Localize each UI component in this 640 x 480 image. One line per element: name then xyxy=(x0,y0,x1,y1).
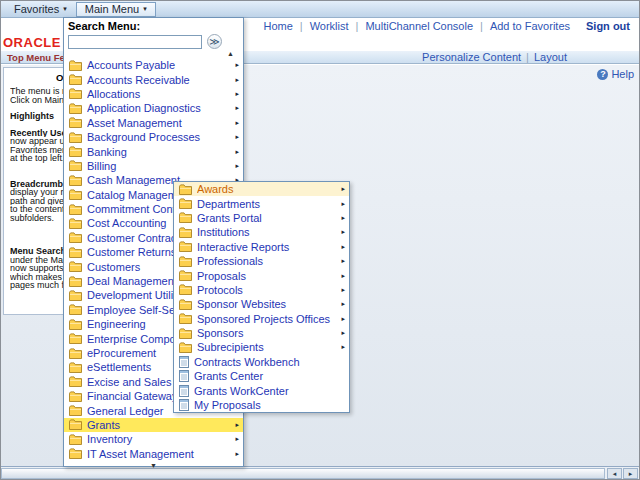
folder-icon xyxy=(179,284,192,295)
flyout-arrow-icon: ▸ xyxy=(341,329,345,337)
flyout-arrow-icon: ▸ xyxy=(341,272,345,280)
help-link[interactable]: ? Help xyxy=(597,68,634,80)
menu-item-label: Application Diagnostics xyxy=(87,102,233,114)
submenu-item[interactable]: Awards ▸ xyxy=(174,182,349,196)
nav-link[interactable]: Add to Favorites xyxy=(473,20,570,32)
menu-item[interactable]: Banking ▸ xyxy=(64,144,243,158)
sign-out-link[interactable]: Sign out xyxy=(586,20,630,32)
flyout-arrow-icon: ▸ xyxy=(341,243,345,251)
folder-icon xyxy=(179,270,192,281)
submenu-item[interactable]: Grants Center ▸ xyxy=(174,369,349,383)
flyout-arrow-icon: ▸ xyxy=(341,315,345,323)
flyout-arrow-icon: ▸ xyxy=(235,435,239,443)
submenu-item[interactable]: Professionals ▸ xyxy=(174,254,349,268)
submenu-item[interactable]: Proposals ▸ xyxy=(174,268,349,282)
submenu-item[interactable]: Interactive Reports ▸ xyxy=(174,240,349,254)
menu-item[interactable]: Billing ▸ xyxy=(64,159,243,173)
submenu-item[interactable]: Departments ▸ xyxy=(174,196,349,210)
submenu-item[interactable]: Protocols ▸ xyxy=(174,283,349,297)
nav-link[interactable]: MultiChannel Console xyxy=(349,20,473,32)
menu-item[interactable]: Accounts Receivable ▸ xyxy=(64,72,243,86)
folder-icon xyxy=(69,132,82,143)
folder-icon xyxy=(69,218,82,229)
search-menu-label: Search Menu: xyxy=(68,20,239,32)
submenu-item[interactable]: Subrecipients ▸ xyxy=(174,340,349,354)
main-menu[interactable]: Main Menu ▾ xyxy=(76,2,156,17)
nav-link[interactable]: Home xyxy=(263,20,292,32)
submenu-item[interactable]: Sponsored Projects Offices ▸ xyxy=(174,312,349,326)
folder-icon xyxy=(69,376,82,387)
menu-search-input[interactable] xyxy=(68,35,202,49)
folder-icon xyxy=(69,276,82,287)
menu-item-label: Banking xyxy=(87,146,233,158)
page-icon xyxy=(179,385,189,397)
folder-icon xyxy=(179,184,192,195)
submenu-item-label: Professionals xyxy=(197,255,339,267)
menu-item[interactable]: Inventory ▸ xyxy=(64,432,243,446)
menu-item-label: Asset Management xyxy=(87,117,233,129)
folder-icon xyxy=(179,342,192,353)
folder-icon xyxy=(179,212,192,223)
menu-scroll-up[interactable]: ▲ xyxy=(64,49,243,58)
menu-item[interactable]: Accounts Payable ▸ xyxy=(64,58,243,72)
chevron-down-icon: ▾ xyxy=(143,5,147,13)
menu-item[interactable]: Allocations ▸ xyxy=(64,87,243,101)
folder-icon xyxy=(69,88,82,99)
submenu-item[interactable]: My Proposals ▸ xyxy=(174,398,349,412)
scroll-right-button[interactable]: ▸ xyxy=(623,468,638,479)
folder-icon xyxy=(69,160,82,171)
page-icon xyxy=(179,399,189,411)
folder-icon xyxy=(69,232,82,243)
page-icon xyxy=(179,370,189,382)
folder-icon xyxy=(69,391,82,402)
chevron-down-icon: ▾ xyxy=(63,5,67,13)
menu-search-area: Search Menu: ≫ xyxy=(64,18,243,49)
flyout-arrow-icon: ▸ xyxy=(235,148,239,156)
layout-link[interactable]: Layout xyxy=(534,51,567,63)
submenu-item[interactable]: Contracts Workbench ▸ xyxy=(174,355,349,369)
personalize-links: Personalize Content | Layout xyxy=(422,51,567,63)
flyout-arrow-icon: ▸ xyxy=(341,200,345,208)
folder-icon xyxy=(69,405,82,416)
link-divider: | xyxy=(526,51,529,63)
submenu-item[interactable]: Institutions ▸ xyxy=(174,225,349,239)
menu-item[interactable]: Background Processes ▸ xyxy=(64,130,243,144)
folder-icon xyxy=(69,434,82,445)
submenu-item[interactable]: Sponsor Websites ▸ xyxy=(174,297,349,311)
flyout-arrow-icon: ▸ xyxy=(235,133,239,141)
menu-item[interactable]: Application Diagnostics ▸ xyxy=(64,101,243,115)
favorites-menu[interactable]: Favorites ▾ xyxy=(5,2,76,17)
menu-item-label: Accounts Payable xyxy=(87,59,233,71)
submenu-item[interactable]: Grants Portal ▸ xyxy=(174,211,349,225)
submenu-item[interactable]: Grants WorkCenter ▸ xyxy=(174,383,349,397)
menu-item-label: IT Asset Management xyxy=(87,448,233,460)
menu-item-label: Inventory xyxy=(87,433,233,445)
scroll-left-button[interactable]: ◂ xyxy=(607,468,622,479)
menu-item[interactable]: IT Asset Management ▸ xyxy=(64,447,243,461)
folder-icon xyxy=(69,333,82,344)
folder-icon xyxy=(179,241,192,252)
menu-item-label: Billing xyxy=(87,160,233,172)
submenu-item-label: Protocols xyxy=(197,284,339,296)
flyout-arrow-icon: ▸ xyxy=(235,421,239,429)
nav-link[interactable]: Worklist xyxy=(293,20,349,32)
favorites-label: Favorites xyxy=(14,3,59,15)
grants-submenu: Awards ▸ xyxy=(173,181,350,413)
flyout-arrow-icon: ▸ xyxy=(235,90,239,98)
folder-icon xyxy=(179,256,192,267)
menu-scroll-down[interactable]: ▼ xyxy=(64,461,243,471)
search-go-button[interactable]: ≫ xyxy=(207,34,222,49)
folder-icon xyxy=(179,328,192,339)
submenu-item-label: Contracts Workbench xyxy=(194,356,339,368)
menu-item[interactable]: Grants ▸ xyxy=(64,418,243,432)
personalize-content-link[interactable]: Personalize Content xyxy=(422,51,521,63)
submenu-item-label: Grants Center xyxy=(194,370,339,382)
flyout-arrow-icon: ▸ xyxy=(341,300,345,308)
folder-icon xyxy=(69,319,82,330)
submenu-item[interactable]: Sponsors ▸ xyxy=(174,326,349,340)
folder-icon xyxy=(69,304,82,315)
submenu-item-label: Grants WorkCenter xyxy=(194,385,339,397)
submenu-item-label: My Proposals xyxy=(194,399,339,411)
submenu-item-label: Subrecipients xyxy=(197,341,339,353)
menu-item[interactable]: Asset Management ▸ xyxy=(64,116,243,130)
